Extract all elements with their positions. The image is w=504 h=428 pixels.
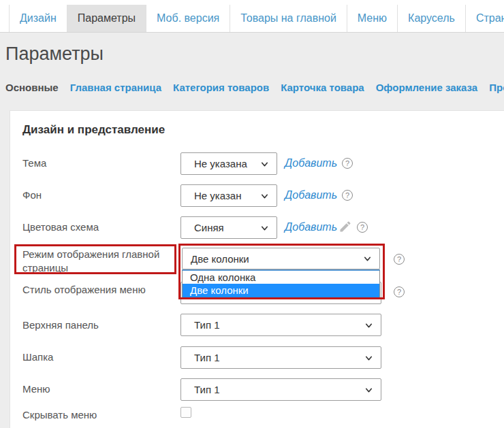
label-header: Шапка: [22, 350, 162, 364]
label-color-scheme: Цветовая схема: [22, 220, 162, 234]
add-color-scheme-link[interactable]: Добавить: [285, 220, 337, 234]
chevron-down-icon: [363, 254, 372, 263]
tab-carousel[interactable]: Карусель: [397, 5, 465, 32]
hide-menu-checkbox[interactable]: [180, 407, 191, 418]
subtab-product-card[interactable]: Карточка товара: [281, 82, 364, 93]
add-background-link[interactable]: Добавить: [285, 188, 337, 202]
help-icon[interactable]: ?: [342, 158, 353, 169]
header-select[interactable]: Тип 1: [180, 346, 381, 369]
top-panel-select[interactable]: Тип 1: [180, 314, 381, 336]
tab-pages-and-blocks[interactable]: Страницы и блоки: [465, 5, 504, 32]
dropdown-option-one-column[interactable]: Одна колонка: [183, 271, 379, 284]
help-icon[interactable]: ?: [394, 254, 405, 265]
menu-select[interactable]: Тип 1: [180, 378, 381, 401]
main-page-display-mode-dropdown: Одна колонка Две колонки: [182, 269, 380, 298]
help-icon[interactable]: ?: [357, 222, 368, 233]
tab-menu[interactable]: Меню: [347, 5, 397, 32]
tab-products-on-main[interactable]: Товары на главной: [230, 5, 347, 32]
chevron-down-icon: [260, 160, 269, 169]
section-title: Дизайн и представление: [22, 123, 165, 137]
label-menu: Меню: [22, 382, 162, 396]
main-page-display-mode-select[interactable]: Две колонки: [182, 248, 380, 269]
label-theme: Тема: [22, 157, 162, 170]
chevron-down-icon: [364, 354, 373, 363]
settings-page: Дизайн Параметры Моб. версия Товары на г…: [0, 0, 504, 428]
theme-select-value: Не указана: [181, 158, 247, 169]
add-theme-link[interactable]: Добавить: [285, 157, 337, 170]
top-tab-bar: Дизайн Параметры Моб. версия Товары на г…: [0, 0, 504, 33]
top-tabs: Дизайн Параметры Моб. версия Товары на г…: [9, 5, 504, 32]
help-icon[interactable]: ?: [342, 190, 353, 201]
dropdown-option-two-columns[interactable]: Две колонки: [183, 284, 379, 297]
top-panel-select-value: Тип 1: [181, 319, 220, 331]
background-select-value: Не указан: [181, 190, 241, 201]
tab-parameters[interactable]: Параметры: [67, 5, 146, 32]
label-hide-menu: Скрывать меню: [22, 408, 162, 422]
color-scheme-select-value: Синяя: [181, 222, 224, 233]
edit-pencil-icon[interactable]: [338, 220, 352, 233]
label-background: Фон: [22, 188, 162, 202]
chevron-down-icon: [364, 321, 373, 330]
color-scheme-select[interactable]: Синяя: [180, 216, 277, 239]
subtab-manufacturers[interactable]: Производители: [489, 82, 504, 93]
page-title: Параметры: [5, 44, 104, 65]
label-main-page-display-mode: Режим отображения главной страницы: [22, 248, 162, 275]
menu-select-value: Тип 1: [181, 384, 220, 395]
help-icon[interactable]: ?: [394, 286, 405, 297]
subtab-checkout[interactable]: Оформление заказа: [376, 82, 478, 93]
background-select[interactable]: Не указан: [180, 184, 277, 207]
subtab-general[interactable]: Основные: [5, 82, 59, 93]
subtabs: Основные Главная страница Категория това…: [5, 82, 504, 93]
theme-select[interactable]: Не указана: [180, 152, 277, 175]
label-top-panel: Верхняя панель: [22, 318, 162, 332]
tab-design[interactable]: Дизайн: [9, 5, 67, 32]
main-page-display-mode-value: Две колонки: [183, 253, 249, 265]
subtab-product-category[interactable]: Категория товаров: [173, 82, 269, 93]
subtab-main-page[interactable]: Главная страница: [70, 82, 161, 93]
chevron-down-icon: [260, 224, 269, 233]
chevron-down-icon: [364, 386, 373, 395]
header-select-value: Тип 1: [181, 352, 220, 363]
chevron-down-icon: [260, 192, 269, 201]
tab-mobile-version[interactable]: Моб. версия: [146, 5, 230, 32]
label-menu-display-style: Стиль отображения меню: [22, 283, 162, 297]
